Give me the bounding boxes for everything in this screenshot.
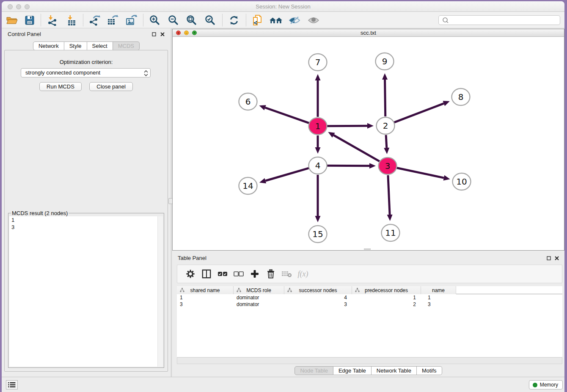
save-session-button[interactable] bbox=[22, 13, 37, 27]
network-minimize-button[interactable]: – bbox=[184, 30, 189, 35]
zoom-in-button[interactable] bbox=[147, 13, 162, 27]
table-settings-button[interactable] bbox=[182, 269, 198, 279]
task-history-button[interactable] bbox=[6, 380, 18, 389]
table-row[interactable]: 1 dominator 4 1 1 bbox=[177, 294, 562, 301]
graph-edge-4-14[interactable] bbox=[265, 168, 309, 181]
result-scrollbar[interactable] bbox=[157, 216, 163, 367]
cell-shared-name[interactable]: 3 bbox=[177, 301, 234, 308]
close-table-panel-icon[interactable] bbox=[554, 255, 559, 261]
float-table-panel-icon[interactable] bbox=[546, 255, 551, 261]
import-table-button[interactable] bbox=[64, 13, 79, 27]
control-panel-tabs: Network Style Select MCDS bbox=[2, 41, 171, 50]
close-window-button[interactable] bbox=[8, 4, 13, 9]
tab-network[interactable]: Network bbox=[33, 41, 64, 50]
table-tabs: Node Table Edge Table Network Table Moti… bbox=[172, 364, 564, 377]
cell-shared-name[interactable]: 1 bbox=[177, 294, 234, 301]
import-network-button[interactable] bbox=[44, 13, 60, 27]
list-icon bbox=[8, 382, 16, 388]
deselect-all-columns-button[interactable] bbox=[231, 271, 247, 277]
minimize-window-button[interactable] bbox=[16, 4, 21, 9]
delete-table-button[interactable] bbox=[279, 270, 295, 278]
column-header-shared-name[interactable]: shared name bbox=[177, 286, 234, 294]
tab-node-table[interactable]: Node Table bbox=[295, 366, 333, 375]
graph-edge-2-9[interactable] bbox=[385, 80, 385, 116]
network-resize-grip[interactable] bbox=[364, 248, 371, 250]
cell-mcds-role[interactable]: dominator bbox=[234, 301, 284, 308]
cell-predecessor-nodes[interactable]: 2 bbox=[352, 301, 421, 308]
column-header-successor-nodes[interactable]: successor nodes bbox=[284, 286, 352, 294]
graph-edge-1-2[interactable] bbox=[327, 126, 367, 126]
first-neighbors-button[interactable] bbox=[268, 13, 284, 27]
search-input[interactable] bbox=[451, 16, 560, 24]
zoom-fit-button[interactable] bbox=[184, 13, 199, 27]
column-header-predecessor-nodes[interactable]: predecessor nodes bbox=[352, 286, 421, 294]
export-image-button[interactable] bbox=[124, 13, 139, 27]
graph-edge-3-1[interactable] bbox=[333, 135, 380, 161]
graph-edge-2-3[interactable] bbox=[386, 135, 387, 148]
memory-status-icon bbox=[533, 383, 537, 387]
columns-icon bbox=[202, 269, 211, 279]
zoom-out-button[interactable] bbox=[166, 13, 181, 27]
table-panel-title: Table Panel bbox=[178, 255, 206, 261]
refresh-layout-button[interactable] bbox=[226, 13, 242, 27]
memory-button[interactable]: Memory bbox=[529, 380, 563, 389]
toolbar-separator bbox=[222, 14, 223, 26]
zoom-selected-button[interactable] bbox=[203, 13, 218, 27]
float-panel-icon[interactable] bbox=[151, 31, 157, 37]
select-all-columns-button[interactable] bbox=[215, 271, 231, 277]
run-mcds-button[interactable]: Run MCDS bbox=[39, 82, 82, 91]
network-zoom-button[interactable]: + bbox=[192, 30, 197, 35]
show-all-button[interactable] bbox=[306, 13, 321, 27]
table-horizontal-scrollbar[interactable] bbox=[177, 357, 562, 364]
graph-node-label-4: 4 bbox=[315, 160, 321, 171]
export-table-button[interactable] bbox=[105, 13, 120, 27]
graph-edge-3-10[interactable] bbox=[397, 168, 444, 178]
graph-node-label-14: 14 bbox=[242, 181, 253, 191]
graph-edge-4-3[interactable] bbox=[327, 166, 369, 166]
tab-network-table[interactable]: Network Table bbox=[372, 366, 417, 375]
hierarchy-icon bbox=[180, 288, 184, 293]
column-header-mcds-role[interactable]: MCDS role bbox=[234, 286, 284, 294]
zoom-window-button[interactable] bbox=[25, 4, 30, 9]
graph-edge-3-11[interactable] bbox=[388, 175, 390, 215]
criterion-select[interactable]: strongly connected component bbox=[21, 68, 151, 77]
graph-node-label-15: 15 bbox=[312, 229, 323, 239]
tab-edge-table[interactable]: Edge Table bbox=[333, 366, 372, 375]
import-table-icon bbox=[66, 15, 77, 26]
cell-predecessor-nodes[interactable]: 1 bbox=[352, 294, 421, 301]
open-session-button[interactable] bbox=[4, 13, 19, 27]
graph-node-label-10: 10 bbox=[456, 177, 467, 187]
select-stepper-icon bbox=[143, 70, 149, 79]
close-panel-icon[interactable] bbox=[160, 31, 165, 37]
search-field[interactable] bbox=[438, 15, 560, 25]
add-column-button[interactable] bbox=[247, 270, 263, 278]
clone-network-button[interactable] bbox=[250, 13, 265, 27]
graph-edge-2-8[interactable] bbox=[394, 103, 444, 122]
hierarchy-icon bbox=[287, 288, 292, 293]
column-visibility-button[interactable] bbox=[198, 269, 215, 279]
graph-edge-arrowhead bbox=[369, 163, 376, 168]
tab-style[interactable]: Style bbox=[64, 41, 87, 50]
graph-edge-1-6[interactable] bbox=[265, 108, 309, 123]
tab-motifs[interactable]: Motifs bbox=[417, 366, 442, 375]
table-row[interactable]: 3 dominator 3 2 3 bbox=[177, 301, 562, 308]
tab-select[interactable]: Select bbox=[87, 41, 113, 50]
cell-name[interactable]: 1 bbox=[421, 294, 456, 301]
close-panel-button[interactable]: Close panel bbox=[89, 82, 133, 91]
table-panel: Table Panel f(x) bbox=[172, 253, 564, 377]
graph-edge-arrowhead bbox=[315, 216, 321, 222]
cell-successor-nodes[interactable]: 3 bbox=[284, 301, 352, 308]
delete-column-button[interactable] bbox=[263, 269, 279, 279]
zoom-in-icon bbox=[149, 15, 160, 26]
cell-mcds-role[interactable]: dominator bbox=[234, 294, 284, 301]
cell-successor-nodes[interactable]: 4 bbox=[284, 294, 352, 301]
tab-mcds[interactable]: MCDS bbox=[113, 41, 140, 50]
column-header-name[interactable]: name bbox=[421, 286, 456, 294]
mcds-result-text[interactable]: 1 3 bbox=[9, 216, 163, 367]
function-builder-button[interactable]: f(x) bbox=[295, 270, 311, 279]
graph-svg[interactable]: 7968124314101511 bbox=[173, 37, 564, 250]
export-network-button[interactable] bbox=[87, 13, 102, 27]
hide-selected-button[interactable] bbox=[287, 13, 302, 27]
cell-name[interactable]: 3 bbox=[421, 301, 456, 308]
network-close-button[interactable]: x bbox=[176, 30, 181, 35]
